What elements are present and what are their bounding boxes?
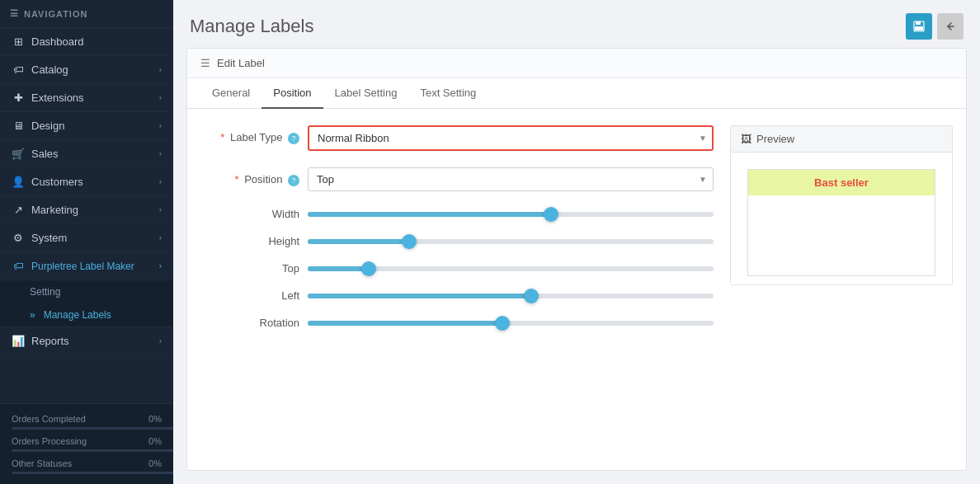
- sub-item-label: Setting: [30, 286, 60, 298]
- chevron-right-icon: ›: [159, 65, 162, 74]
- position-select[interactable]: Top Bottom Left Right: [308, 167, 714, 191]
- ribbon-preview-label: Bast seller: [748, 170, 935, 195]
- top-slider[interactable]: [308, 266, 714, 271]
- stat-bar-bg: [12, 449, 173, 452]
- stat-label: Other Statuses: [12, 458, 72, 468]
- label-type-select-wrapper: Normal Ribbon Circle Triangle Custom ▼: [308, 125, 714, 151]
- sidebar: ☰ NAVIGATION ⊞ Dashboard 🏷 Catalog › ✚ E…: [0, 0, 173, 484]
- back-button[interactable]: [937, 13, 964, 40]
- extensions-icon: ✚: [12, 92, 25, 104]
- rotation-slider[interactable]: [308, 321, 714, 326]
- sidebar-sub-item-manage-labels[interactable]: Manage Labels: [0, 303, 173, 327]
- preview-title: Preview: [756, 133, 794, 145]
- sidebar-header: ☰ NAVIGATION: [0, 0, 173, 28]
- chevron-right-icon: ›: [159, 261, 162, 270]
- width-slider[interactable]: [308, 212, 714, 217]
- chevron-right-icon: ›: [159, 177, 162, 186]
- sidebar-item-label: Catalog: [31, 63, 68, 76]
- chevron-right-icon: ›: [159, 205, 162, 214]
- height-slider[interactable]: [308, 239, 714, 244]
- panel-title: Edit Label: [217, 57, 265, 69]
- sidebar-item-dashboard[interactable]: ⊞ Dashboard: [0, 28, 173, 56]
- width-slider-row: Width: [200, 208, 714, 220]
- sidebar-item-extensions[interactable]: ✚ Extensions ›: [0, 84, 173, 112]
- preview-panel: 🖼 Preview Bast seller: [730, 125, 953, 285]
- panel-header: ☰ Edit Label: [187, 49, 966, 78]
- label-type-select[interactable]: Normal Ribbon Circle Triangle Custom: [308, 125, 714, 151]
- sidebar-item-label: Dashboard: [31, 35, 84, 48]
- sidebar-item-catalog[interactable]: 🏷 Catalog ›: [0, 56, 173, 84]
- form-area: * Label Type ? Normal Ribbon Circle Tria…: [187, 109, 966, 360]
- left-slider-row: Left: [200, 289, 714, 302]
- tab-label-setting[interactable]: Label Setting: [323, 78, 409, 109]
- sidebar-item-customers[interactable]: 👤 Customers ›: [0, 168, 173, 196]
- sidebar-title: NAVIGATION: [24, 9, 87, 19]
- design-icon: 🖥: [12, 120, 25, 132]
- stat-bar-bg: [12, 472, 173, 474]
- back-icon: [945, 21, 956, 32]
- sidebar-sub-item-setting[interactable]: Setting: [0, 280, 173, 303]
- label-type-row: * Label Type ? Normal Ribbon Circle Tria…: [200, 125, 714, 151]
- svg-rect-1: [916, 21, 921, 25]
- required-asterisk: *: [234, 173, 238, 186]
- purpletree-icon: 🏷: [12, 260, 25, 272]
- stat-value: 0%: [148, 458, 162, 468]
- rotation-label: Rotation: [200, 317, 299, 329]
- stat-orders-processing: Orders Processing 0%: [0, 433, 173, 449]
- sidebar-item-label: Customers: [31, 176, 83, 188]
- sidebar-stats: Orders Completed 0% Orders Processing 0%…: [0, 403, 173, 484]
- tab-position[interactable]: Position: [261, 78, 323, 109]
- purpletree-submenu: Setting Manage Labels: [0, 280, 173, 327]
- left-slider[interactable]: [308, 294, 714, 298]
- catalog-icon: 🏷: [12, 63, 25, 76]
- sidebar-item-design[interactable]: 🖥 Design ›: [0, 112, 173, 140]
- sidebar-item-marketing[interactable]: ↗ Marketing ›: [0, 196, 173, 224]
- stat-label: Orders Completed: [12, 414, 86, 424]
- stat-bar-bg: [12, 427, 173, 430]
- list-icon: ☰: [200, 57, 210, 69]
- required-asterisk: *: [220, 131, 224, 143]
- preview-body: Bast seller: [731, 153, 952, 284]
- image-icon: 🖼: [741, 133, 751, 145]
- stat-label: Orders Processing: [12, 436, 87, 446]
- content-panel: ☰ Edit Label General Position Label Sett…: [186, 48, 967, 471]
- sales-icon: 🛒: [12, 148, 25, 160]
- chevron-right-icon: ›: [159, 93, 162, 102]
- save-icon: [913, 21, 925, 32]
- help-icon[interactable]: ?: [288, 133, 299, 144]
- save-button[interactable]: [906, 13, 932, 40]
- label-type-label: * Label Type ?: [200, 125, 299, 144]
- sidebar-item-label: Purpletree Label Maker: [31, 261, 134, 272]
- preview-header: 🖼 Preview: [731, 126, 952, 153]
- sidebar-item-label: Reports: [31, 335, 69, 347]
- tab-text-setting[interactable]: Text Setting: [408, 78, 488, 109]
- position-select-wrapper: Top Bottom Left Right ▼: [308, 167, 714, 191]
- reports-icon: 📊: [12, 335, 25, 347]
- tab-bar: General Position Label Setting Text Sett…: [187, 78, 966, 109]
- sidebar-item-label: Marketing: [31, 204, 78, 216]
- help-icon[interactable]: ?: [288, 175, 299, 186]
- sidebar-item-reports[interactable]: 📊 Reports ›: [0, 327, 173, 355]
- svg-rect-2: [915, 26, 923, 31]
- position-row: * Position ? Top Bottom Left Right: [200, 167, 714, 191]
- stat-orders-completed: Orders Completed 0%: [0, 411, 173, 427]
- width-label: Width: [200, 208, 299, 220]
- position-control: Top Bottom Left Right ▼: [308, 167, 714, 191]
- height-slider-row: Height: [200, 235, 714, 247]
- left-label: Left: [200, 289, 299, 302]
- preview-section: 🖼 Preview Bast seller: [730, 125, 953, 344]
- stat-value: 0%: [148, 436, 162, 446]
- tab-general[interactable]: General: [200, 78, 261, 109]
- page-header: Manage Labels: [173, 0, 980, 48]
- sidebar-item-purpletree[interactable]: 🏷 Purpletree Label Maker ›: [0, 252, 173, 280]
- preview-product: Bast seller: [747, 169, 935, 276]
- sidebar-item-label: Sales: [31, 148, 59, 160]
- sidebar-item-label: Design: [31, 120, 64, 132]
- sidebar-item-system[interactable]: ⚙ System ›: [0, 224, 173, 252]
- label-type-control: Normal Ribbon Circle Triangle Custom ▼: [308, 125, 714, 151]
- chevron-right-icon: ›: [159, 149, 162, 158]
- page-title: Manage Labels: [190, 16, 313, 37]
- top-slider-row: Top: [200, 262, 714, 275]
- sidebar-item-sales[interactable]: 🛒 Sales ›: [0, 140, 173, 168]
- sidebar-item-label: Extensions: [31, 92, 84, 104]
